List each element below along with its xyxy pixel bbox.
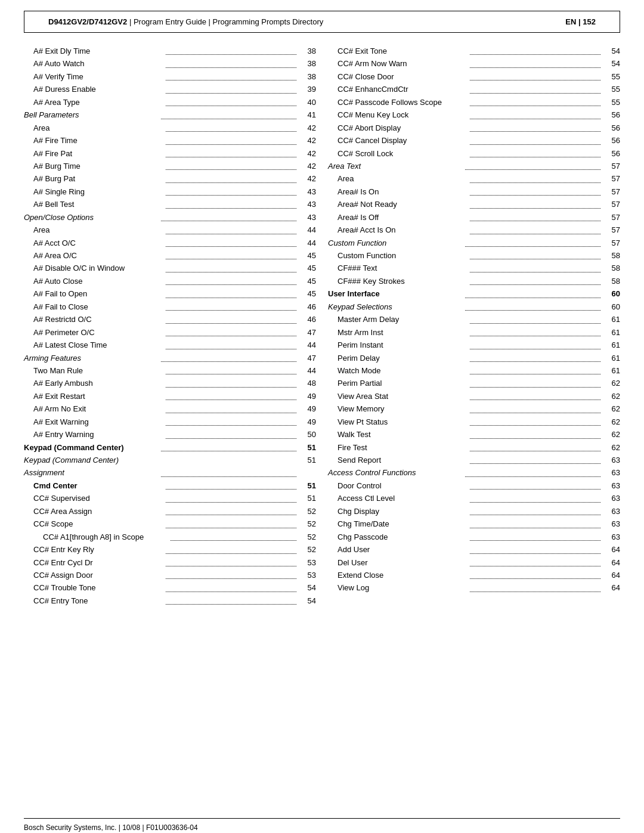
toc-entry: Walk Test62 — [328, 428, 620, 441]
toc-label: Del User — [328, 556, 468, 569]
toc-page-num: 44 — [298, 339, 316, 351]
toc-entry: A# Duress Enable39 — [24, 83, 316, 95]
toc-entry: Fire Test62 — [328, 441, 620, 454]
toc-label: Chg Passcode — [328, 531, 468, 543]
toc-label: CC# Scope — [24, 518, 164, 530]
toc-entry: A# Arm No Exit49 — [24, 402, 316, 415]
toc-entry: A# Area O/C45 — [24, 249, 316, 262]
dot-leader — [166, 134, 296, 144]
toc-label: A# Disable O/C in Window — [24, 262, 164, 274]
toc-label: Area# Is On — [328, 185, 468, 198]
toc-label: Access Control Functions — [328, 466, 463, 479]
toc-label: Send Report — [328, 454, 468, 466]
toc-content: A# Exit Dly Time38A# Auto Watch38A# Veri… — [0, 33, 644, 607]
toc-page-num: 63 — [602, 466, 620, 479]
toc-entry: Door Control63 — [328, 479, 620, 492]
toc-label: Watch Mode — [328, 364, 468, 377]
toc-entry: CC# Menu Key Lock56 — [328, 109, 620, 121]
toc-entry: A# Exit Dly Time38 — [24, 45, 316, 57]
dot-leader — [166, 262, 296, 272]
toc-page-num: 62 — [602, 441, 620, 454]
toc-page-num: 54 — [298, 581, 316, 594]
toc-page-num: 63 — [602, 518, 620, 530]
toc-label: Area# Is Off — [328, 211, 468, 224]
toc-label: Area — [24, 224, 164, 236]
dot-leader — [470, 556, 600, 566]
toc-entry: Add User64 — [328, 543, 620, 556]
toc-label: CC# Assign Door — [24, 569, 164, 581]
toc-label: CC# Passcode Follows Scope — [328, 96, 468, 109]
toc-label: A# Auto Close — [24, 275, 164, 287]
dot-leader — [470, 416, 600, 426]
toc-page-num: 61 — [602, 364, 620, 377]
dot-leader — [166, 57, 296, 67]
toc-page-num: 64 — [602, 556, 620, 569]
dot-leader — [470, 109, 600, 119]
toc-page-num: 43 — [298, 185, 316, 198]
toc-label: Extend Close — [328, 569, 468, 581]
dot-leader — [166, 198, 296, 208]
toc-page-num: 52 — [298, 518, 316, 530]
dot-leader — [470, 402, 600, 413]
toc-page-num: 62 — [602, 416, 620, 428]
dot-leader — [166, 287, 296, 298]
toc-label: A# Fail to Close — [24, 301, 164, 313]
toc-page-num: 39 — [298, 83, 316, 95]
toc-label: Door Control — [328, 479, 468, 492]
toc-label: A# Fire Time — [24, 134, 164, 147]
dot-leader — [470, 454, 600, 464]
dot-leader — [470, 224, 600, 234]
toc-page-num: 48 — [298, 377, 316, 389]
dot-leader — [470, 96, 600, 106]
toc-label: A# Entry Warning — [24, 428, 164, 441]
toc-page-num: 60 — [602, 301, 620, 313]
toc-page-num: 62 — [602, 377, 620, 389]
header-separator: | — [129, 17, 134, 26]
toc-entry: CC# Entr Key Rly52 — [24, 543, 316, 556]
toc-page-num: 57 — [602, 237, 620, 249]
toc-label: CC# Trouble Tone — [24, 581, 164, 594]
toc-entry: View Log64 — [328, 581, 620, 594]
toc-label: A# Latest Close Time — [24, 339, 164, 351]
dot-leader — [470, 198, 600, 208]
toc-label: CC# Exit Tone — [328, 45, 468, 57]
dot-leader — [161, 441, 296, 451]
toc-page-num: 57 — [602, 160, 620, 172]
toc-page-num: 49 — [298, 416, 316, 428]
dot-leader — [166, 224, 296, 234]
dot-leader — [470, 479, 600, 490]
toc-page-num: 44 — [298, 364, 316, 377]
toc-page-num: 51 — [298, 492, 316, 504]
dot-leader — [470, 543, 600, 553]
toc-entry: Bell Parameters41 — [24, 109, 316, 121]
toc-page-num: 57 — [602, 211, 620, 224]
toc-label: CC# Entr Key Rly — [24, 543, 164, 556]
toc-entry: A# Perimeter O/C47 — [24, 326, 316, 339]
toc-label: CC# Cancel Display — [328, 134, 468, 147]
toc-label: CC# Entr Cycl Dr — [24, 556, 164, 569]
toc-label: Area# Not Ready — [328, 198, 468, 210]
toc-label: Access Ctl Level — [328, 492, 468, 504]
toc-page-num: 41 — [298, 109, 316, 121]
dot-leader — [171, 531, 296, 541]
header-lang: EN — [565, 17, 576, 26]
toc-entry: A# Early Ambush48 — [24, 377, 316, 389]
toc-label: A# Early Ambush — [24, 377, 164, 389]
dot-leader — [470, 352, 600, 362]
toc-entry: CC# Supervised51 — [24, 492, 316, 504]
toc-entry: A# Burg Pat42 — [24, 172, 316, 185]
toc-label: A# Bell Test — [24, 198, 164, 210]
toc-page-num: 44 — [298, 224, 316, 236]
toc-label: Bell Parameters — [24, 109, 159, 121]
toc-entry: CC# EnhancCmdCtr55 — [328, 83, 620, 95]
page-header: D9412GV2/D7412GV2 | Program Entry Guide … — [24, 11, 620, 33]
toc-entry: Area# Acct Is On57 — [328, 224, 620, 236]
toc-label: A# Area O/C — [24, 249, 164, 262]
dot-leader — [470, 249, 600, 259]
toc-label: CC# Scroll Lock — [328, 147, 468, 160]
toc-page-num: 61 — [602, 313, 620, 326]
toc-label: CF### Text — [328, 262, 468, 274]
dot-leader — [470, 57, 600, 67]
toc-page-num: 58 — [602, 262, 620, 274]
toc-entry: Area42 — [24, 122, 316, 134]
